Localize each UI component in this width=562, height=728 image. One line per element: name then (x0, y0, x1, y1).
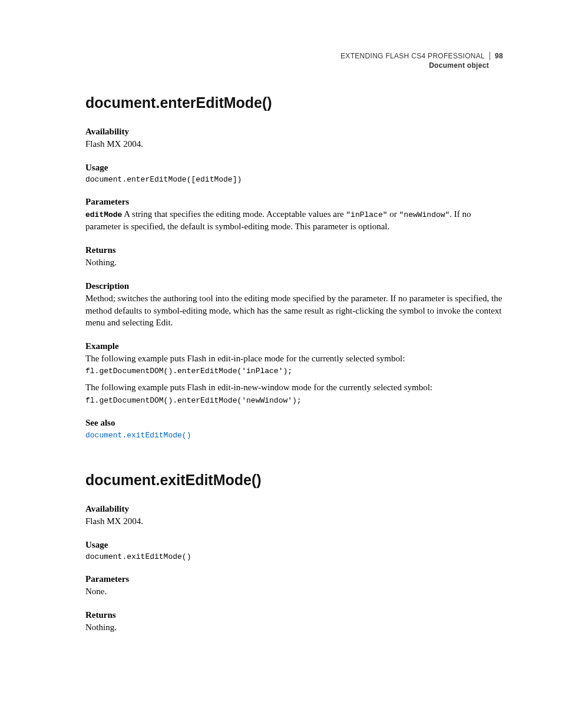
page-number: 98 (490, 52, 503, 60)
literal-newwindow: "newWindow" (399, 210, 450, 219)
section-title: Document object (340, 61, 503, 70)
see-also-link-exit-edit-mode[interactable]: document.exitEditMode() (85, 431, 191, 440)
parameters-heading: Parameters (85, 574, 503, 584)
parameter-description: editMode A string that specifies the edi… (85, 208, 503, 232)
returns-heading: Returns (85, 245, 503, 255)
description-text: Method; switches the authoring tool into… (85, 292, 503, 328)
example-intro-1: The following example puts Flash in edit… (85, 353, 503, 364)
description-heading: Description (85, 281, 503, 291)
param-name-editmode: editMode (85, 210, 122, 219)
example-code-1: fl.getDocumentDOM().enterEditMode('inPla… (85, 367, 503, 375)
example-intro-2: The following example puts Flash in edit… (85, 381, 503, 393)
usage-code: document.exitEditMode() (85, 552, 503, 561)
returns-text: Nothing. (85, 256, 503, 268)
usage-heading: Usage (85, 540, 503, 550)
literal-inplace: "inPlace" (346, 210, 387, 219)
example-heading: Example (85, 341, 503, 351)
see-also-heading: See also (85, 418, 503, 428)
example-code-2: fl.getDocumentDOM().enterEditMode('newWi… (85, 396, 503, 405)
method-heading-exit-edit-mode: document.exitEditMode() (85, 472, 503, 489)
parameters-heading: Parameters (85, 197, 503, 207)
usage-code: document.enterEditMode([editMode]) (85, 175, 503, 184)
usage-heading: Usage (85, 163, 503, 173)
running-header: EXTENDING FLASH CS4 PROFESSIONAL 98 Docu… (340, 52, 503, 70)
returns-text: Nothing. (85, 621, 503, 633)
availability-heading: Availability (85, 504, 503, 514)
method-heading-enter-edit-mode: document.enterEditMode() (85, 94, 503, 111)
returns-heading: Returns (85, 610, 503, 620)
parameters-text: None. (85, 585, 503, 597)
availability-text: Flash MX 2004. (85, 138, 503, 150)
book-title: EXTENDING FLASH CS4 PROFESSIONAL (340, 52, 490, 60)
availability-text: Flash MX 2004. (85, 515, 503, 527)
availability-heading: Availability (85, 127, 503, 137)
